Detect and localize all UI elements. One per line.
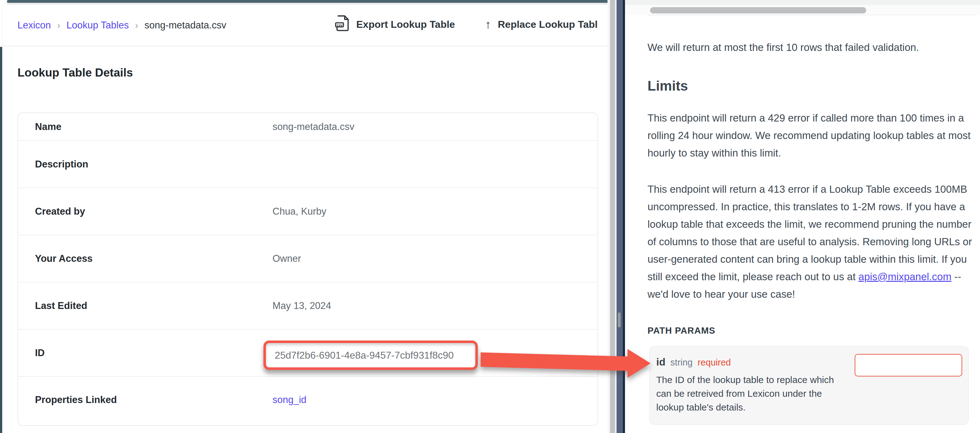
- screen: Lexicon › Lookup Tables › song-metadata.…: [0, 0, 980, 433]
- linked-property-song-id[interactable]: song_id: [272, 394, 307, 405]
- detail-label: Created by: [18, 206, 272, 217]
- detail-row-your-access: Your Access Owner: [18, 235, 598, 282]
- header-divider: [2, 46, 608, 46]
- detail-value: Chua, Kurby: [272, 206, 326, 217]
- detail-label: Description: [18, 159, 272, 170]
- param-type: string: [670, 357, 692, 368]
- param-required-badge: required: [697, 357, 730, 368]
- apis-mixpanel-email-link[interactable]: apis@mixpanel.com: [858, 271, 951, 282]
- detail-label: Properties Linked: [18, 394, 272, 406]
- chevron-right-icon: ›: [57, 20, 60, 30]
- replace-lookup-table-button[interactable]: ↑ Replace Lookup Tabl: [485, 15, 598, 34]
- horizontal-scrollbar-thumb[interactable]: [650, 7, 866, 13]
- id-param-header: id string required: [656, 356, 731, 368]
- detail-value: song-metadata.csv: [272, 121, 355, 132]
- id-param-input[interactable]: [855, 354, 962, 376]
- export-lookup-table-button[interactable]: csv Export Lookup Table: [335, 15, 455, 34]
- detail-label: ID: [18, 347, 272, 359]
- svg-text:csv: csv: [337, 23, 342, 27]
- breadcrumb: Lexicon › Lookup Tables › song-metadata.…: [18, 18, 226, 32]
- param-description: The ID of the lookup table to replace wh…: [656, 373, 844, 414]
- detail-row-name: Name song-metadata.csv: [18, 113, 598, 140]
- csv-file-icon: csv: [335, 15, 349, 34]
- up-arrow-icon: ↑: [485, 18, 491, 30]
- detail-value: Owner: [272, 253, 301, 264]
- detail-row-created-by: Created by Chua, Kurby: [18, 188, 598, 235]
- export-button-label: Export Lookup Table: [356, 19, 455, 30]
- path-params-section-label: PATH PARAMS: [648, 326, 715, 336]
- breadcrumb-link-lexicon[interactable]: Lexicon: [18, 20, 51, 31]
- detail-row-description: Description: [18, 140, 598, 188]
- limits-heading: Limits: [648, 78, 688, 94]
- param-name: id: [656, 356, 665, 368]
- docs-paragraph-413: This endpoint will return a 413 error if…: [648, 181, 974, 303]
- right-window-border: [623, 0, 625, 433]
- breadcrumb-current-page: song-metadata.csv: [145, 20, 226, 31]
- lookup-table-id-value: 25d7f2b6-6901-4e8a-9457-7cbf931f8c90: [275, 350, 454, 361]
- detail-label: Your Access: [18, 253, 272, 264]
- app-top-bar: [7, 0, 608, 3]
- docs-top-band: [625, 0, 980, 5]
- docs-paragraph-429: This endpoint will return a 429 error if…: [648, 109, 974, 162]
- detail-value: May 13, 2024: [272, 300, 331, 312]
- replace-button-label: Replace Lookup Tabl: [498, 19, 598, 30]
- detail-row-last-edited: Last Edited May 13, 2024: [18, 282, 598, 329]
- chevron-right-icon: ›: [135, 20, 138, 30]
- lookup-table-details-card: Name song-metadata.csv Description Creat…: [18, 113, 598, 426]
- detail-label: Name: [18, 121, 272, 132]
- breadcrumb-link-lookup-tables[interactable]: Lookup Tables: [67, 20, 129, 31]
- docs-intro-text: We will return at most the first 10 rows…: [648, 39, 974, 56]
- detail-row-properties-linked: Properties Linked song_id: [18, 376, 598, 423]
- docs-top-divider: [648, 15, 976, 15]
- left-window-scrollbar-track[interactable]: [610, 0, 615, 433]
- right-window-edge-strip: [617, 0, 623, 433]
- paragraph-413-text: This endpoint will return a 413 error if…: [648, 183, 972, 282]
- sidebar-edge-strip: [0, 47, 2, 433]
- vertical-scrollbar-thumb[interactable]: [618, 312, 620, 327]
- id-value-annotation-box: 25d7f2b6-6901-4e8a-9457-7cbf931f8c90: [263, 341, 478, 370]
- detail-label: Last Edited: [18, 300, 272, 312]
- page-title: Lookup Table Details: [18, 66, 133, 80]
- app-top-bar-edge: [7, 3, 608, 5]
- window-gap: [608, 0, 610, 433]
